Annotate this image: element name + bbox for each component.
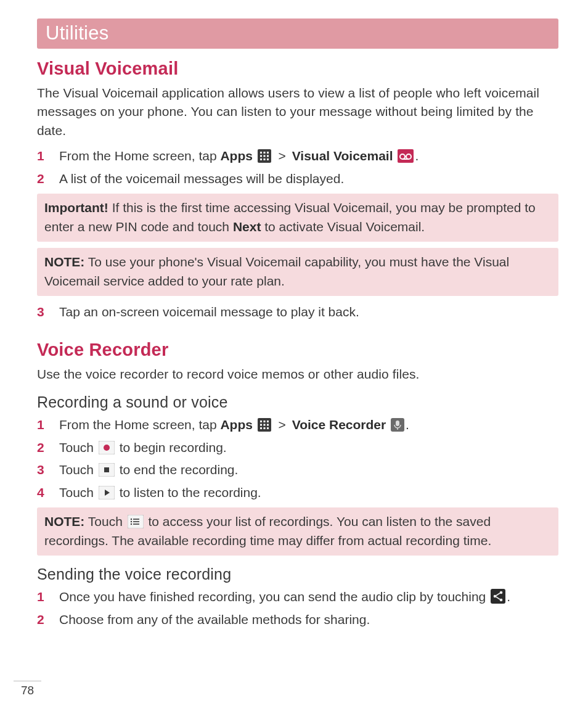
step-text: Touch to end the recording. [59,460,558,480]
label-apps: Apps [220,417,253,432]
step-item: 1 From the Home screen, tap Apps > Visua… [37,146,558,166]
apps-grid-icon [258,418,271,432]
svg-point-37 [130,519,131,520]
record-button-icon [99,441,115,454]
chapter-header: Utilities [37,18,558,49]
vv-intro: The Visual Voicemail application allows … [37,84,558,140]
svg-rect-4 [260,155,262,157]
svg-rect-25 [396,421,399,426]
step-text: From the Home screen, tap Apps > Voice R… [59,415,558,435]
note-box: NOTE: To use your phone's Visual Voicema… [37,248,558,296]
step-item: 3 Tap an on-screen voicemail message to … [37,302,558,322]
svg-rect-18 [260,424,262,426]
section-heading-voice-recorder: Voice Recorder [37,340,558,360]
step-number: 1 [37,415,59,435]
step-number: 2 [37,169,59,189]
step-number: 2 [37,610,59,630]
label-apps: Apps [220,149,253,163]
page-number: 78 [14,681,41,697]
label-visual-voicemail: Visual Voicemail [292,149,393,163]
step-text: A list of the voicemail messages will be… [59,169,558,189]
step-item: 1 From the Home screen, tap Apps > Voice… [37,415,558,435]
svg-rect-7 [260,158,262,160]
voicemail-icon [398,149,414,163]
step-text: Choose from any of the available methods… [59,610,558,630]
svg-rect-23 [267,427,269,429]
svg-rect-30 [104,467,109,472]
svg-rect-9 [267,158,269,160]
svg-rect-5 [263,155,265,157]
play-button-icon [99,486,115,499]
step-text: Once you have finished recording, you ca… [59,587,558,607]
subsection-recording: Recording a sound or voice [37,393,558,411]
step-item: 3 Touch to end the recording. [37,460,558,480]
svg-rect-19 [263,424,265,426]
important-label: Important! [44,200,108,215]
note-label: NOTE: [44,514,84,528]
step-number: 2 [37,438,59,458]
chapter-title: Utilities [46,22,109,44]
manual-page: Utilities Visual Voicemail The Visual Vo… [0,0,588,706]
svg-rect-8 [263,158,265,160]
step-number: 3 [37,460,59,480]
step-item: 2 Touch to begin recording. [37,438,558,458]
svg-rect-16 [263,421,265,422]
step-number: 1 [37,146,59,166]
svg-rect-22 [263,427,265,429]
svg-rect-15 [260,421,262,422]
share-icon [491,589,505,604]
voice-recorder-app-icon [391,418,404,432]
step-item: 2 A list of the voicemail messages will … [37,169,558,189]
svg-rect-1 [260,152,262,154]
note-box: NOTE: Touch to access your list of recor… [37,507,558,556]
svg-point-38 [130,521,131,522]
svg-rect-21 [260,427,262,429]
svg-point-39 [130,523,131,525]
label-voice-recorder: Voice Recorder [292,417,386,432]
list-button-icon [128,515,144,528]
subsection-sending: Sending the voice recording [37,565,558,583]
step-text: Touch to begin recording. [59,438,558,458]
label-next: Next [233,220,261,234]
svg-rect-6 [267,155,269,157]
step-text: Tap an on-screen voicemail message to pl… [59,302,558,322]
stop-button-icon [99,463,115,477]
vr-send-steps: 1 Once you have finished recording, you … [37,587,558,630]
step-text: Touch to listen to the recording. [59,483,558,503]
vv-steps: 1 From the Home screen, tap Apps > Visua… [37,146,558,189]
svg-rect-17 [267,421,269,422]
svg-rect-2 [263,152,265,154]
vr-intro: Use the voice recorder to record voice m… [37,365,558,384]
step-number: 4 [37,483,59,503]
step-number: 3 [37,302,59,322]
vv-steps-cont: 3 Tap an on-screen voicemail message to … [37,302,558,322]
step-item: 1 Once you have finished recording, you … [37,587,558,607]
step-number: 1 [37,587,59,607]
svg-point-28 [104,445,110,451]
step-item: 4 Touch to listen to the recording. [37,483,558,503]
svg-rect-20 [267,424,269,426]
vr-steps: 1 From the Home screen, tap Apps > Voice… [37,415,558,503]
step-text: From the Home screen, tap Apps > Visual … [59,146,558,166]
svg-rect-40 [491,589,505,604]
important-box: Important! If this is the first time acc… [37,194,558,242]
apps-grid-icon [258,149,271,163]
step-item: 2 Choose from any of the available metho… [37,610,558,630]
note-label: NOTE: [44,255,84,269]
section-heading-visual-voicemail: Visual Voicemail [37,59,558,79]
svg-rect-3 [267,152,269,154]
